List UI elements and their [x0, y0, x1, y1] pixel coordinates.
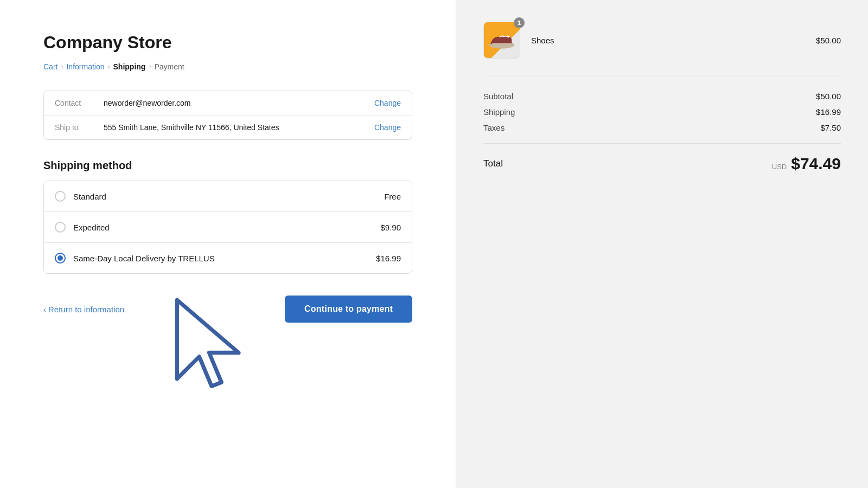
contact-row: Contact neworder@neworder.com Change — [44, 91, 412, 115]
product-image — [483, 22, 520, 59]
order-item: 1 Shoes $50.00 — [483, 22, 841, 75]
radio-standard[interactable] — [55, 191, 66, 202]
product-name: Shoes — [531, 36, 805, 45]
cursor-arrow-illustration — [163, 290, 260, 399]
total-right: USD $74.49 — [772, 155, 841, 173]
info-box: Contact neworder@neworder.com Change Shi… — [43, 91, 412, 140]
ship-row: Ship to 555 Smith Lane, Smithville NY 11… — [44, 115, 412, 139]
contact-label: Contact — [55, 99, 104, 107]
contact-change-button[interactable]: Change — [374, 99, 401, 107]
svg-marker-0 — [177, 300, 239, 386]
contact-value: neworder@neworder.com — [104, 99, 374, 107]
taxes-label: Taxes — [483, 123, 505, 132]
total-amount: $74.49 — [791, 155, 841, 173]
radio-sameday[interactable] — [55, 253, 66, 264]
shipping-option-expedited[interactable]: Expedited $9.90 — [44, 211, 412, 242]
breadcrumb-cart[interactable]: Cart — [43, 62, 58, 71]
total-row: Total USD $74.49 — [483, 155, 841, 173]
breadcrumb-sep-3: › — [149, 63, 151, 70]
breadcrumb: Cart › Information › Shipping › Payment — [43, 62, 412, 71]
right-panel: 1 Shoes $50.00 Subtotal $50.00 Shipping … — [456, 0, 868, 488]
shipping-options: Standard Free Expedited $9.90 Same-Day L… — [43, 181, 412, 274]
option-label-expedited: Expedited — [73, 223, 380, 232]
taxes-row: Taxes $7.50 — [483, 123, 841, 132]
continue-to-payment-button[interactable]: Continue to payment — [285, 296, 412, 323]
shipping-row: Shipping $16.99 — [483, 107, 841, 117]
subtotal-row: Subtotal $50.00 — [483, 92, 841, 101]
option-price-standard: Free — [384, 192, 401, 201]
shoe-icon — [488, 31, 515, 50]
ship-label: Ship to — [55, 123, 104, 132]
breadcrumb-payment: Payment — [154, 62, 184, 71]
product-thumbnail: 1 — [483, 22, 520, 59]
ship-change-button[interactable]: Change — [374, 123, 401, 132]
return-chevron-icon: ‹ — [43, 305, 46, 314]
option-price-expedited: $9.90 — [380, 223, 401, 232]
shipping-option-standard[interactable]: Standard Free — [44, 181, 412, 211]
radio-expedited[interactable] — [55, 222, 66, 233]
return-to-information-link[interactable]: ‹ Return to information — [43, 305, 124, 314]
breadcrumb-shipping: Shipping — [113, 62, 146, 71]
breadcrumb-information[interactable]: Information — [66, 62, 104, 71]
subtotal-label: Subtotal — [483, 92, 513, 101]
store-title: Company Store — [43, 33, 412, 53]
breadcrumb-sep-1: › — [61, 63, 63, 70]
shipping-method-title: Shipping method — [43, 159, 412, 172]
taxes-value: $7.50 — [820, 123, 841, 132]
option-price-sameday: $16.99 — [376, 254, 401, 263]
shipping-option-sameday[interactable]: Same-Day Local Delivery by TRELLUS $16.9… — [44, 242, 412, 273]
subtotal-value: $50.00 — [816, 92, 841, 101]
left-panel: Company Store Cart › Information › Shipp… — [0, 0, 456, 488]
actions-bar: ‹ Return to information Continue to paym… — [43, 296, 412, 323]
summary-rows: Subtotal $50.00 Shipping $16.99 Taxes $7… — [483, 92, 841, 144]
ship-value: 555 Smith Lane, Smithville NY 11566, Uni… — [104, 123, 374, 132]
cart-badge: 1 — [514, 17, 525, 28]
total-currency: USD — [772, 163, 787, 171]
total-label: Total — [483, 158, 503, 169]
option-label-standard: Standard — [73, 192, 384, 201]
shipping-label: Shipping — [483, 107, 515, 117]
svg-rect-2 — [492, 43, 512, 45]
shipping-value: $16.99 — [816, 107, 841, 117]
product-price: $50.00 — [816, 36, 841, 45]
breadcrumb-sep-2: › — [108, 63, 110, 70]
option-label-sameday: Same-Day Local Delivery by TRELLUS — [73, 254, 376, 263]
return-link-label: Return to information — [48, 305, 124, 314]
